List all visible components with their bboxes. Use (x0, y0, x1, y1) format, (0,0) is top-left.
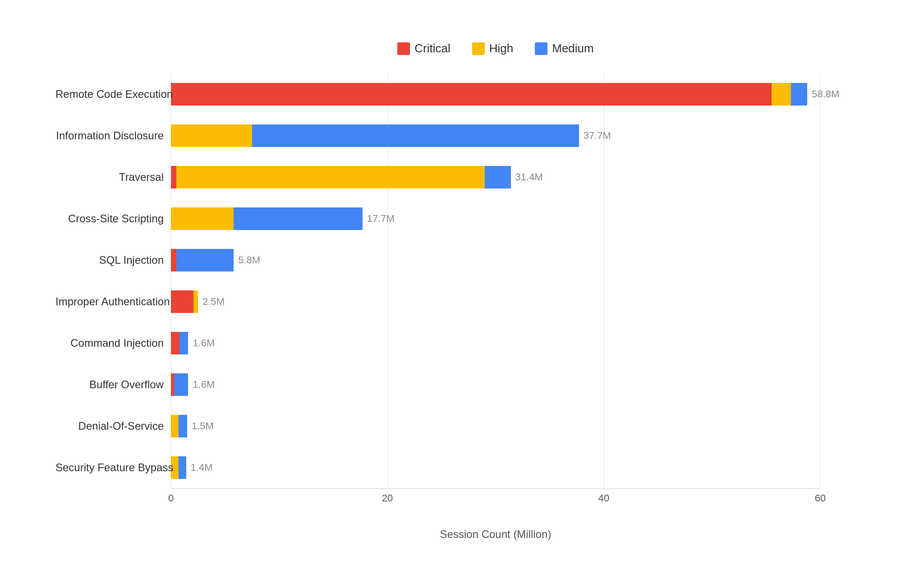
bar-row: Remote Code Execution58.8M (171, 78, 820, 110)
bar-label: Traversal (55, 171, 164, 184)
bar-segments (171, 332, 188, 354)
chart-container: CriticalHighMedium Remote Code Execution… (45, 23, 856, 565)
legend-item-high: High (472, 41, 513, 55)
bar-segments (171, 290, 198, 313)
bar-segment-medium (234, 207, 363, 230)
chart-legend: CriticalHighMedium (171, 41, 820, 55)
bar-label: Security Feature Bypass (55, 461, 164, 474)
bar-value: 1.6M (193, 379, 215, 390)
bar-value: 1.6M (193, 337, 215, 349)
bar-segment-critical (171, 83, 772, 106)
bar-label: Improper Authentication (55, 295, 164, 308)
bar-label: Buffer Overflow (55, 378, 164, 391)
bar-segments (171, 207, 363, 230)
bar-segment-medium (179, 456, 186, 479)
bar-segment-critical (171, 332, 179, 354)
bar-value: 2.5M (202, 296, 225, 308)
bar-row: Security Feature Bypass1.4M (171, 451, 820, 484)
bar-segment-high (193, 290, 198, 313)
bar-segment-medium (791, 83, 807, 106)
bar-segment-medium (485, 166, 511, 188)
bar-segment-high (171, 207, 234, 230)
bar-value: 17.7M (367, 213, 395, 225)
bar-segment-high (171, 415, 179, 437)
bar-value: 58.8M (812, 88, 839, 100)
bar-segments (171, 249, 234, 271)
legend-color-high (472, 42, 485, 55)
x-tick-0: 0 (168, 492, 174, 504)
bar-value: 37.7M (584, 130, 611, 142)
bar-row: Cross-Site Scripting17.7M (171, 202, 820, 235)
bar-label: Cross-Site Scripting (55, 212, 164, 225)
x-tick-20: 20 (382, 492, 393, 504)
bar-segment-medium (252, 124, 579, 147)
legend-label-critical: Critical (414, 41, 450, 55)
grid-line-60 (820, 74, 821, 488)
bar-segments (171, 166, 511, 188)
bar-segment-medium (176, 249, 234, 271)
x-tick-60: 60 (815, 492, 826, 504)
legend-label-medium: Medium (552, 41, 593, 55)
bar-label: Information Disclosure (55, 129, 164, 142)
x-axis-label: Session Count (Million) (440, 528, 552, 541)
bar-row: Buffer Overflow1.6M (171, 368, 820, 401)
x-axis: Session Count (Million) 0204060 (171, 488, 820, 515)
bar-segments (171, 124, 579, 147)
bar-segments (171, 415, 187, 437)
bar-label: Remote Code Execution (55, 88, 164, 101)
legend-color-critical (397, 42, 410, 55)
bar-segment-critical (171, 290, 193, 313)
bars-area: Remote Code Execution58.8MInformation Di… (171, 74, 820, 488)
bar-segments (171, 456, 186, 479)
bar-segment-medium (179, 415, 187, 437)
bar-row: Information Disclosure37.7M (171, 119, 820, 152)
chart-area: Remote Code Execution58.8MInformation Di… (171, 74, 820, 515)
bar-segment-critical (171, 249, 176, 271)
bar-row: Improper Authentication2.5M (171, 285, 820, 318)
legend-color-medium (535, 42, 547, 55)
bar-segment-high (176, 166, 485, 188)
legend-item-medium: Medium (535, 41, 593, 55)
legend-label-high: High (489, 41, 513, 55)
bar-segments (171, 83, 807, 106)
x-tick-40: 40 (598, 492, 609, 504)
legend-item-critical: Critical (397, 41, 450, 55)
bar-row: SQL Injection5.8M (171, 244, 820, 276)
bar-value: 31.4M (515, 171, 543, 183)
bar-row: Command Injection1.6M (171, 327, 820, 359)
bar-segment-medium (174, 373, 188, 396)
bar-label: SQL Injection (55, 254, 164, 266)
bar-row: Traversal31.4M (171, 161, 820, 193)
bar-segment-high (171, 124, 252, 147)
bar-segment-critical (171, 166, 176, 188)
bar-segments (171, 373, 188, 396)
bar-segment-medium (179, 332, 188, 354)
bar-label: Command Injection (55, 337, 164, 349)
bar-segment-critical (171, 373, 174, 396)
bar-value: 1.5M (192, 420, 214, 432)
bar-segment-high (772, 83, 791, 106)
bar-value: 5.8M (238, 254, 260, 266)
bar-label: Denial-Of-Service (55, 420, 164, 432)
bar-value: 1.4M (191, 462, 213, 473)
bar-row: Denial-Of-Service1.5M (171, 410, 820, 442)
